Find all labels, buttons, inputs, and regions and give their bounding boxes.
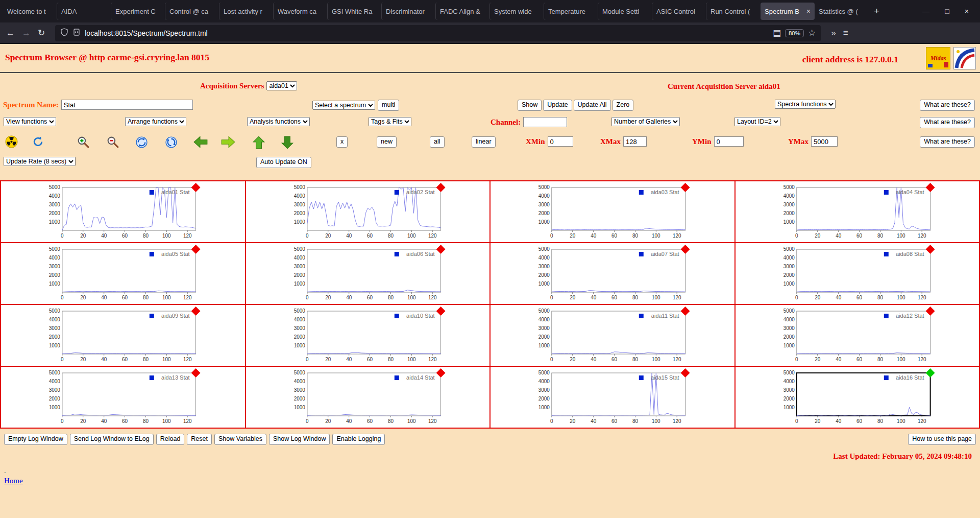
tracking-protection-icon[interactable] <box>60 28 68 38</box>
spectrum-panel-aida15[interactable]: 50004000300020001000020406080100120aida1… <box>491 367 734 428</box>
update-button[interactable]: Update <box>543 100 572 111</box>
forward-button[interactable]: → <box>22 29 31 37</box>
spectrum-panel-aida01[interactable]: 50004000300020001000020406080100120aida0… <box>1 181 245 242</box>
close-window-button[interactable]: × <box>965 7 969 15</box>
what-are-these-button[interactable]: What are these? <box>920 136 975 148</box>
maximize-button[interactable]: □ <box>945 7 949 15</box>
spectrum-panel-aida08[interactable]: 50004000300020001000020406080100120aida0… <box>736 243 979 304</box>
xmin-input[interactable] <box>548 136 573 147</box>
arrow-right-icon[interactable] <box>220 135 236 149</box>
channel-input[interactable] <box>523 117 567 127</box>
spectrum-panel-aida10[interactable]: 50004000300020001000020406080100120aida1… <box>246 305 490 366</box>
update-rate-select[interactable]: Update Rate (8 secs) <box>4 157 76 166</box>
browser-tab[interactable]: Experiment C <box>111 3 165 20</box>
zoom-level-button[interactable]: 80% <box>785 29 804 37</box>
send-log-window-to-elog-button[interactable]: Send Log Window to ELog <box>70 434 154 445</box>
number-of-galleries-select[interactable]: Number of Galleries <box>611 117 680 126</box>
what-are-these-button[interactable]: What are these? <box>920 117 975 128</box>
minimize-button[interactable]: — <box>922 7 929 15</box>
auto-update-button[interactable]: Auto Update ON <box>256 157 311 168</box>
url-text[interactable]: localhost:8015/Spectrum/Spectrum.tml <box>85 29 769 37</box>
x-button[interactable]: x <box>336 136 348 148</box>
spectrum-panel-aida05[interactable]: 50004000300020001000020406080100120aida0… <box>1 243 245 304</box>
close-tab-icon[interactable]: × <box>806 7 811 15</box>
overflow-chevron-icon[interactable]: » <box>831 29 836 37</box>
spectrum-panel-aida16[interactable]: 50004000300020001000020406080100120aida1… <box>736 367 979 428</box>
browser-tab[interactable]: Control @ ca <box>165 3 219 20</box>
arrow-down-icon[interactable] <box>281 135 294 150</box>
spectrum-panel-aida12[interactable]: 50004000300020001000020406080100120aida1… <box>736 305 979 366</box>
spectrum-panel-aida07[interactable]: 50004000300020001000020406080100120aida0… <box>491 243 734 304</box>
what-are-these-button[interactable]: What are these? <box>920 100 975 111</box>
browser-tab[interactable]: AIDA <box>57 3 111 20</box>
zoom-in-icon[interactable] <box>77 135 90 149</box>
analysis-functions-select[interactable]: Analysis functions <box>247 117 310 126</box>
enable-logging-button[interactable]: Enable Logging <box>332 434 385 445</box>
fair-logo[interactable] <box>953 47 976 69</box>
spectrum-panel-aida03[interactable]: 50004000300020001000020406080100120aida0… <box>491 181 734 242</box>
xmax-input[interactable] <box>623 136 647 147</box>
spectrum-name-input[interactable] <box>61 100 193 110</box>
tags-fits-select[interactable]: Tags & Fits <box>369 117 411 126</box>
how-to-use-button[interactable]: How to use this page <box>908 434 976 445</box>
spectrum-panel-aida11[interactable]: 50004000300020001000020406080100120aida1… <box>491 305 734 366</box>
acquisition-server-select[interactable]: aida01 <box>266 81 297 90</box>
zoom-out-icon[interactable] <box>106 135 120 149</box>
browser-tab[interactable]: Waveform ca <box>274 3 328 20</box>
spectrum-panel-aida02[interactable]: 50004000300020001000020406080100120aida0… <box>246 181 490 242</box>
site-info-icon[interactable] <box>72 28 81 38</box>
rotate-y-icon[interactable] <box>164 135 178 149</box>
spectrum-panel-aida04[interactable]: 50004000300020001000020406080100120aida0… <box>736 181 979 242</box>
spectrum-panel-aida13[interactable]: 50004000300020001000020406080100120aida1… <box>1 367 245 428</box>
layout-id-select[interactable]: Layout ID=2 <box>734 117 780 126</box>
browser-tab[interactable]: Run Control ( <box>706 3 761 20</box>
browser-tab[interactable]: Statistics @ ( <box>815 3 869 20</box>
url-bar[interactable]: localhost:8015/Spectrum/Spectrum.tml ▤ 8… <box>55 25 821 41</box>
arrow-left-icon[interactable] <box>193 135 208 149</box>
multi-button[interactable]: multi <box>378 100 399 111</box>
empty-log-window-button[interactable]: Empty Log Window <box>4 434 67 445</box>
browser-tab[interactable]: Module Setti <box>598 3 652 20</box>
select-a-spectrum-select[interactable]: Select a spectrum <box>312 101 375 110</box>
new-button[interactable]: new <box>377 136 397 148</box>
reload-button[interactable]: ↻ <box>38 29 45 37</box>
browser-tab[interactable]: Discriminator <box>382 3 436 20</box>
browser-tab[interactable]: Lost activity r <box>219 3 274 20</box>
spectrum-panel-aida06[interactable]: 50004000300020001000020406080100120aida0… <box>246 243 490 304</box>
zero-button[interactable]: Zero <box>612 100 634 111</box>
show-button[interactable]: Show <box>518 100 542 111</box>
refresh-icon[interactable] <box>32 135 44 148</box>
ymin-label: YMin <box>692 137 712 146</box>
home-link[interactable]: Home <box>4 477 23 485</box>
show-log-window-button[interactable]: Show Log Window <box>269 434 330 445</box>
bookmark-star-icon[interactable]: ☆ <box>808 29 816 37</box>
view-functions-select[interactable]: View functions <box>4 117 56 126</box>
browser-tab[interactable]: Temperature <box>544 3 598 20</box>
back-button[interactable]: ← <box>6 29 15 37</box>
linear-button[interactable]: linear <box>472 136 496 148</box>
arrange-functions-select[interactable]: Arrange functions <box>125 117 186 126</box>
ymax-input[interactable] <box>811 136 838 147</box>
new-tab-button[interactable]: + <box>869 6 885 17</box>
show-variables-button[interactable]: Show Variables <box>214 434 266 445</box>
midas-logo[interactable]: Midas <box>926 47 950 69</box>
browser-tab[interactable]: Spectrum B× <box>761 3 815 20</box>
radiation-icon[interactable] <box>5 135 18 148</box>
browser-tab[interactable]: ASIC Control <box>652 3 706 20</box>
browser-tab[interactable]: FADC Align & <box>436 3 490 20</box>
browser-tab[interactable]: Welcome to t <box>3 3 57 20</box>
menu-icon[interactable]: ≡ <box>843 29 848 37</box>
all-button[interactable]: all <box>430 136 445 148</box>
arrow-up-icon[interactable] <box>252 135 265 150</box>
rotate-x-icon[interactable] <box>135 135 149 149</box>
update-all-button[interactable]: Update All <box>574 100 611 111</box>
reload-button[interactable]: Reload <box>156 434 185 445</box>
ymin-input[interactable] <box>714 136 744 147</box>
reset-button[interactable]: Reset <box>187 434 212 445</box>
browser-tab[interactable]: GSI White Ra <box>328 3 382 20</box>
spectra-functions-select[interactable]: Spectra functions <box>775 100 836 109</box>
browser-tab[interactable]: System wide <box>490 3 544 20</box>
reader-mode-icon[interactable]: ▤ <box>773 29 781 37</box>
spectrum-panel-aida14[interactable]: 50004000300020001000020406080100120aida1… <box>246 367 490 428</box>
spectrum-panel-aida09[interactable]: 50004000300020001000020406080100120aida0… <box>1 305 245 366</box>
